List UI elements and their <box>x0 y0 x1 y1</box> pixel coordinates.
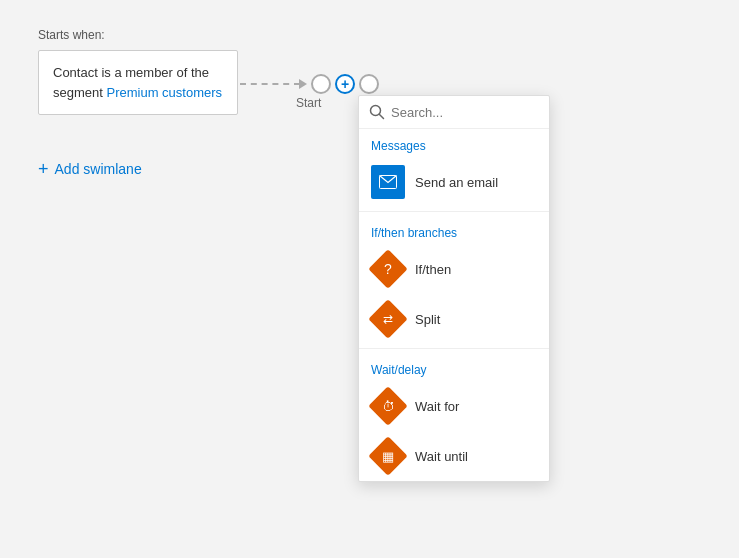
panel-item-if-then[interactable]: ? If/then <box>359 244 549 294</box>
wait-until-diamond: ▦ <box>368 436 408 476</box>
search-icon <box>369 104 385 120</box>
circle-node-end <box>359 74 379 94</box>
connector: + <box>240 74 379 94</box>
trigger-box: Contact is a member of the segment Premi… <box>38 50 238 115</box>
split-label: Split <box>415 312 440 327</box>
panel-item-send-email[interactable]: Send an email <box>359 157 549 207</box>
starts-when-label: Starts when: <box>38 28 105 42</box>
wait-for-label: Wait for <box>415 399 459 414</box>
panel-item-split[interactable]: ⇄ Split <box>359 294 549 344</box>
panel-item-wait-for[interactable]: ⏱ Wait for <box>359 381 549 431</box>
split-diamond: ⇄ <box>368 299 408 339</box>
email-icon <box>371 165 405 199</box>
section-label-wait: Wait/delay <box>359 353 549 381</box>
split-symbol: ⇄ <box>383 313 393 325</box>
panel-item-wait-until[interactable]: ▦ Wait until <box>359 431 549 481</box>
add-swimlane-label: Add swimlane <box>55 161 142 177</box>
start-label: Start <box>296 96 321 110</box>
split-icon-wrap: ⇄ <box>371 302 405 336</box>
circle-node-plus[interactable]: + <box>335 74 355 94</box>
if-then-diamond: ? <box>368 249 408 289</box>
segment-link[interactable]: Premium customers <box>106 85 222 100</box>
wait-until-icon-wrap: ▦ <box>371 439 405 473</box>
arrow-head <box>299 79 307 89</box>
action-dropdown-panel: Messages Send an email If/then branches … <box>358 95 550 482</box>
circle-node-start <box>311 74 331 94</box>
if-then-icon-wrap: ? <box>371 252 405 286</box>
panel-scroll: Messages Send an email If/then branches … <box>359 129 549 481</box>
section-label-if-then: If/then branches <box>359 216 549 244</box>
add-swimlane-button[interactable]: + Add swimlane <box>38 160 142 178</box>
wait-until-label: Wait until <box>415 449 468 464</box>
search-row <box>359 96 549 129</box>
svg-line-1 <box>380 115 384 119</box>
divider-1 <box>359 211 549 212</box>
wait-for-diamond: ⏱ <box>368 386 408 426</box>
plus-icon: + <box>38 160 49 178</box>
search-input[interactable] <box>391 105 539 120</box>
if-then-label: If/then <box>415 262 451 277</box>
dashed-line <box>240 83 300 85</box>
section-label-messages: Messages <box>359 129 549 157</box>
if-then-symbol: ? <box>384 262 392 276</box>
wait-until-symbol: ▦ <box>382 450 394 463</box>
wait-for-icon-wrap: ⏱ <box>371 389 405 423</box>
send-email-label: Send an email <box>415 175 498 190</box>
wait-for-symbol: ⏱ <box>382 400 395 413</box>
divider-2 <box>359 348 549 349</box>
